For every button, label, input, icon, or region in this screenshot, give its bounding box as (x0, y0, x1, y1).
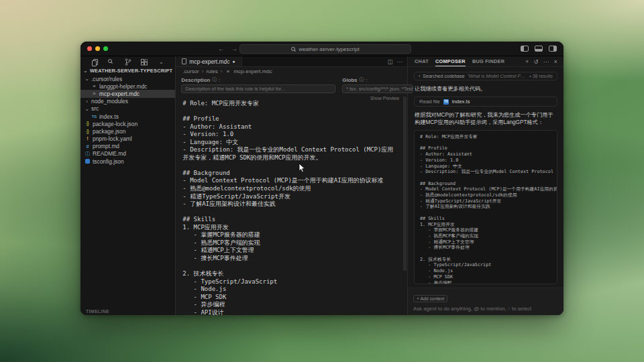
activity-bar: ⌄ (80, 56, 175, 67)
search-icon (291, 47, 296, 52)
mdc-file-icon: ≡ (91, 84, 97, 89)
history-nav: ← → (218, 42, 237, 56)
show-preview-link[interactable]: Show Preview (370, 96, 399, 101)
tree-item-package-lock[interactable]: {} package-lock.json (80, 120, 175, 127)
project-root[interactable]: ⌄ WEATHER-SERVER-TYPESCRIPT (80, 67, 175, 74)
tree-item-node-modules[interactable]: › node_modules (80, 98, 175, 105)
editor-scrollbar[interactable] (403, 97, 407, 271)
tree-item-readme[interactable]: ⓘ README.md (80, 150, 175, 158)
breadcrumb[interactable]: .cursor › rules › ≡ mcp-expert.mdc (176, 67, 407, 75)
toggle-bottom-panel-icon[interactable] (535, 46, 543, 52)
tree-item-langgpt-helper[interactable]: ≡ langgpt-helper.mdc (80, 82, 175, 90)
more-actions-icon[interactable]: ⋯ (397, 58, 403, 65)
explorer-sidebar: ⌄ ⌄ WEATHER-SERVER-TYPESCRIPT ⌄ .cursor/… (80, 56, 176, 315)
search-value: weather-server-typescript (299, 46, 359, 52)
new-chat-icon[interactable]: + (525, 58, 529, 65)
chevron-right-icon: › (202, 68, 204, 74)
chevron-down-icon[interactable]: ⌄ (157, 58, 165, 66)
tree-item-pnpm-lock[interactable]: ! pnpm-lock.yaml (80, 135, 175, 143)
readme-file-icon: ⓘ (85, 152, 91, 157)
files-icon[interactable] (91, 58, 99, 66)
ai-panel: CHAT COMPOSER BUG FINDER + ↺ ⋯ × › Searc… (407, 56, 564, 315)
tab-composer[interactable]: COMPOSER (435, 56, 466, 66)
yaml-file-icon: ! (85, 136, 91, 141)
mdc-file-icon: ≡ (225, 69, 231, 74)
toggle-left-panel-icon[interactable] (521, 46, 529, 52)
layout-controls (521, 46, 557, 52)
read-file-name: index.ts (452, 99, 470, 105)
app-window: ← → weather-server-typescript (80, 42, 564, 315)
composer-input-placeholder[interactable]: Ask agent to do anything, @ to mention, … (413, 306, 558, 312)
command-center-search[interactable]: weather-server-typescript (239, 44, 411, 54)
tsconfig-file-icon (85, 159, 90, 164)
json-file-icon: {} (85, 129, 91, 134)
chevron-down-icon: ⌄ (83, 68, 88, 74)
searched-query: "What is Model Context Protocol and how … (468, 74, 527, 78)
minimize-window-button[interactable] (95, 46, 100, 51)
traffic-lights (87, 46, 108, 51)
tab-bug-finder[interactable]: BUG FINDER (472, 56, 504, 66)
project-root-label: WEATHER-SERVER-TYPESCRIPT (90, 68, 172, 74)
searched-label: Searched codebase (423, 74, 464, 78)
json-file-icon: {} (85, 121, 91, 126)
tree-item-package-json[interactable]: {} package.json (80, 127, 175, 135)
tab-mcp-expert[interactable]: mcp-expert.mdc ● (176, 56, 241, 66)
composer-thread: › Searched codebase "What is Model Conte… (408, 67, 564, 288)
tree-item-tsconfig[interactable]: tsconfig.json (80, 158, 175, 165)
generated-prompt-text: # Role: MCP应用开发专家 ## Profile - Author: A… (420, 134, 551, 284)
close-window-button[interactable] (87, 46, 92, 51)
globs-label: Globs (342, 77, 357, 83)
source-control-icon[interactable] (124, 58, 132, 66)
read-file-label: Read file (419, 99, 440, 105)
description-input[interactable]: Description of the task this rule is hel… (181, 84, 335, 93)
zoom-window-button[interactable] (103, 46, 108, 51)
tree-item-index-ts[interactable]: TS index.ts (80, 113, 175, 120)
info-icon: ⓘ (359, 76, 364, 83)
generated-prompt-block[interactable]: # Role: MCP应用开发专家 ## Profile - Author: A… (414, 130, 557, 284)
ai-panel-tabs: CHAT COMPOSER BUG FINDER + ↺ ⋯ × (408, 56, 564, 67)
sidebar-bottom-section[interactable]: TIMELINE (86, 309, 109, 314)
ai-panel-actions: + ↺ ⋯ × (525, 56, 557, 66)
markdown-source[interactable]: # Role: MCP应用开发专家 ## Profile - Author: A… (176, 94, 407, 315)
tree-item-src[interactable]: ⌄ src (80, 105, 175, 113)
composer-input-area[interactable]: + Add context Ask agent to do anything, … (408, 288, 564, 315)
chevron-right-icon: › (419, 74, 420, 78)
typescript-file-icon: TS (91, 115, 97, 119)
close-icon[interactable]: × (554, 58, 557, 65)
tab-bar-actions: ◫ ⋯ (387, 56, 402, 66)
back-icon[interactable]: ← (218, 45, 225, 52)
search-icon[interactable] (107, 58, 115, 66)
tree-item-cursor-rules[interactable]: ⌄ .cursor/rules (80, 75, 175, 82)
info-icon: ⓘ (212, 76, 217, 83)
editor-content[interactable]: Show Preview # Role: MCP应用开发专家 ## Profil… (176, 94, 407, 315)
document-icon (182, 58, 186, 64)
typescript-file-icon: TS (443, 99, 449, 105)
add-context-button[interactable]: + Add context (413, 295, 447, 302)
toggle-right-panel-icon[interactable] (549, 46, 557, 52)
globs-field: Globs ⓘ : *.tsx, src/config/**/*.json, *… (342, 76, 413, 94)
extensions-icon[interactable] (140, 58, 148, 66)
description-field: Description ⓘ : Description of the task … (181, 76, 335, 94)
read-file-row[interactable]: Read file TS index.ts (414, 97, 557, 107)
globs-input[interactable]: *.tsx, src/config/**/*.json, *Test.cpp (342, 84, 413, 93)
tab-chat[interactable]: CHAT (415, 56, 429, 66)
assistant-message: 根据我对MCP的了解和研究，我来为您生成一个专门用于构建MCP应用的AI助手提示… (415, 111, 557, 126)
tree-item-prompt-md[interactable]: # prompt.md (80, 143, 175, 150)
mdc-file-icon: ≡ (91, 91, 97, 97)
editor-pane: mcp-expert.mdc ● ◫ ⋯ .cursor › rules › ≡… (176, 56, 407, 315)
forward-icon[interactable]: → (231, 45, 237, 52)
tree-item-mcp-expert[interactable]: ≡ mcp-expert.mdc (80, 90, 175, 97)
mouse-cursor (299, 163, 306, 173)
titlebar: ← → weather-server-typescript (80, 42, 564, 56)
rule-metadata: Description ⓘ : Description of the task … (176, 75, 407, 94)
more-icon[interactable]: ⋯ (543, 58, 549, 65)
history-icon[interactable]: ↺ (533, 58, 538, 65)
editor-tab-bar: mcp-expert.mdc ● ◫ ⋯ (176, 56, 407, 67)
split-editor-icon[interactable]: ◫ (387, 58, 392, 65)
modified-dot-icon: ● (232, 59, 235, 64)
file-tree: ⌄ .cursor/rules ≡ langgpt-helper.mdc ≡ m… (80, 74, 175, 315)
searched-codebase-row[interactable]: › Searched codebase "What is Model Conte… (414, 72, 557, 80)
tab-label: mcp-expert.mdc (189, 58, 229, 65)
markdown-file-icon: # (85, 144, 91, 149)
chevron-right-icon: › (85, 99, 89, 105)
